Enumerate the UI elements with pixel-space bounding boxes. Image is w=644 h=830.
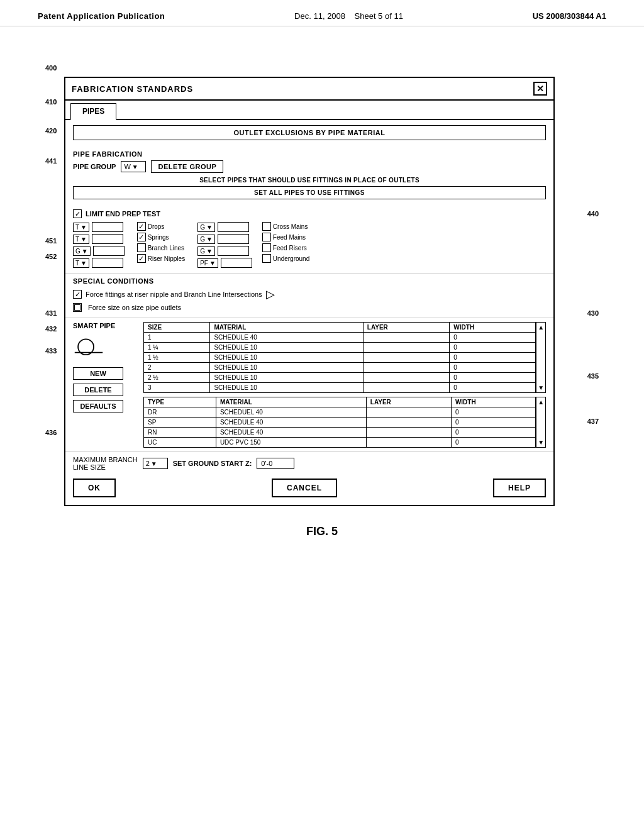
header-date: Dec. 11, 2008	[294, 11, 345, 21]
right-tables: SIZE MATERIAL LAYER WIDTH 1SCHEDULE 4001…	[143, 322, 546, 448]
branch-row: Branch Lines	[137, 243, 185, 252]
input-8[interactable]	[221, 258, 252, 268]
ok-button[interactable]: OK	[73, 479, 116, 497]
scroll-down-arrow[interactable]: ▼	[538, 383, 544, 392]
set-all-button[interactable]: SET ALL PIPES TO USE FITTINGS	[73, 186, 546, 199]
smart-pipe-row: 1 ¼SCHEDULE 100	[144, 343, 536, 353]
dd-t3[interactable]: T ▼	[73, 258, 89, 268]
page-header: Patent Application Publication Dec. 11, …	[0, 0, 644, 26]
dd-g2[interactable]: G ▼	[197, 223, 215, 232]
pipe-group-label: PIPE GROUP	[73, 163, 116, 170]
line-size-dropdown[interactable]: 2 ▼	[143, 458, 168, 469]
dd-pf[interactable]: PF ▼	[197, 258, 218, 268]
annot-400: 400	[45, 64, 57, 72]
dd-row-2: T ▼	[73, 234, 125, 244]
force-size-outer	[73, 303, 82, 312]
dialog-title: FABRICATION STANDARDS	[72, 84, 193, 94]
limit-end-row: LIMIT END PREP TEST	[73, 209, 546, 218]
pipe-group-value: W	[124, 163, 130, 170]
sp-header-material: MATERIAL	[210, 323, 363, 333]
annot-441: 441	[45, 157, 57, 165]
close-button[interactable]: ✕	[533, 82, 547, 96]
limit-end-checkbox[interactable]	[73, 209, 82, 218]
far-right-checkboxes: Cross Mains Feed Mains Feed Risers	[262, 222, 309, 263]
force-fittings-checkbox[interactable]	[73, 290, 82, 299]
new-button[interactable]: NEW	[73, 367, 123, 380]
riser-checkbox[interactable]	[137, 254, 146, 263]
def-header-layer: LAYER	[366, 397, 451, 407]
annot-410: 410	[45, 98, 57, 106]
dd-t2[interactable]: T ▼	[73, 235, 89, 244]
dd-t1[interactable]: T ▼	[73, 223, 89, 232]
force-fittings-row: Force fittings at riser nipple and Branc…	[73, 287, 546, 301]
cancel-button[interactable]: CANCEL	[272, 479, 337, 497]
underground-row: Underground	[262, 254, 309, 263]
dd-g4[interactable]: G ▼	[197, 246, 215, 256]
input-6[interactable]	[218, 234, 249, 244]
input-3[interactable]	[93, 246, 125, 256]
input-1[interactable]	[92, 222, 123, 232]
defaults-scrollbar[interactable]: ▲ ▼	[536, 397, 546, 448]
defaults-button[interactable]: DEFAULTS	[73, 400, 123, 412]
input-2[interactable]	[92, 234, 123, 244]
pipe-group-row: PIPE GROUP W ▼ DELETE GROUP	[73, 160, 546, 173]
feed-risers-row: Feed Risers	[262, 243, 309, 252]
input-4[interactable]	[92, 258, 123, 268]
help-button[interactable]: HELP	[493, 479, 546, 497]
cross-mains-checkbox[interactable]	[262, 222, 271, 231]
smart-pipe-row: 2 ½SCHEDULE 100	[144, 373, 536, 383]
def-header-width: WIDTH	[451, 397, 535, 407]
feed-risers-checkbox[interactable]	[262, 243, 271, 252]
dd-row-4: T ▼	[73, 258, 125, 268]
feed-risers-label: Feed Risers	[273, 245, 307, 252]
dd-g3[interactable]: G ▼	[197, 235, 215, 244]
header-right: US 2008/303844 A1	[533, 11, 606, 21]
fig-caption: FIG. 5	[306, 525, 338, 538]
annot-432: 432	[45, 325, 57, 333]
input-5[interactable]	[218, 222, 249, 232]
ground-input[interactable]	[257, 458, 294, 469]
annot-440: 440	[587, 210, 599, 218]
cross-mains-row: Cross Mains	[262, 222, 309, 231]
columns-row: T ▼ T ▼	[73, 222, 546, 268]
input-7[interactable]	[218, 246, 249, 256]
annot-452: 452	[45, 253, 57, 260]
force-size-row: Force size on size pipe outlets	[73, 303, 546, 312]
annot-435: 435	[587, 372, 599, 380]
main-content: 400 410 420 441 440 451 452 431 432 433 …	[0, 26, 644, 551]
pipe-group-arrow: ▼	[132, 163, 138, 170]
smart-pipe-scrollbar[interactable]: ▲ ▼	[536, 322, 546, 393]
cross-mains-label: Cross Mains	[273, 223, 308, 230]
delete-group-button[interactable]: DELETE GROUP	[151, 160, 223, 173]
dd-row-3: G ▼	[73, 246, 125, 256]
scroll-up-arrow[interactable]: ▲	[538, 323, 544, 332]
underground-checkbox[interactable]	[262, 254, 271, 263]
def-scroll-up[interactable]: ▲	[538, 397, 544, 407]
annot-420: 420	[45, 127, 57, 135]
feed-mains-label: Feed Mains	[273, 234, 306, 241]
pipe-fabrication-section: PIPE FABRICATION PIPE GROUP W ▼ DELETE G…	[65, 145, 553, 204]
drops-label: Drops	[148, 223, 165, 230]
dd-g[interactable]: G ▼	[73, 246, 91, 256]
drops-checkbox[interactable]	[137, 222, 146, 231]
springs-checkbox[interactable]	[137, 233, 146, 241]
max-branch-label: MAXIMUM BRANCH LINE SIZE	[73, 456, 138, 471]
smart-pipe-table: SIZE MATERIAL LAYER WIDTH 1SCHEDULE 4001…	[143, 322, 536, 393]
def-scroll-down[interactable]: ▼	[538, 438, 544, 447]
tab-pipes[interactable]: PIPES	[70, 103, 116, 120]
delete-button[interactable]: DELETE	[73, 384, 123, 396]
annot-451: 451	[45, 237, 57, 245]
sp-header-width: WIDTH	[450, 323, 536, 333]
defaults-table: TYPE MATERIAL LAYER WIDTH DRSCHEDUEL 400…	[143, 397, 536, 448]
smart-pipe-row: 2SCHEDULE 100	[144, 363, 536, 373]
header-left: Patent Application Publication	[38, 11, 165, 21]
left-dropdowns: T ▼ T ▼	[73, 222, 125, 268]
pipe-group-dropdown[interactable]: W ▼	[121, 161, 146, 172]
defaults-row: RNSCHEDULE 400	[144, 428, 536, 438]
underground-label: Underground	[273, 255, 309, 262]
line-size-value: 2	[146, 460, 150, 467]
bottom-section: MAXIMUM BRANCH LINE SIZE 2 ▼ SET GROUND …	[65, 451, 553, 505]
feed-mains-checkbox[interactable]	[262, 233, 271, 241]
force-size-label: Force size on size pipe outlets	[88, 304, 181, 311]
branch-checkbox[interactable]	[137, 243, 146, 252]
